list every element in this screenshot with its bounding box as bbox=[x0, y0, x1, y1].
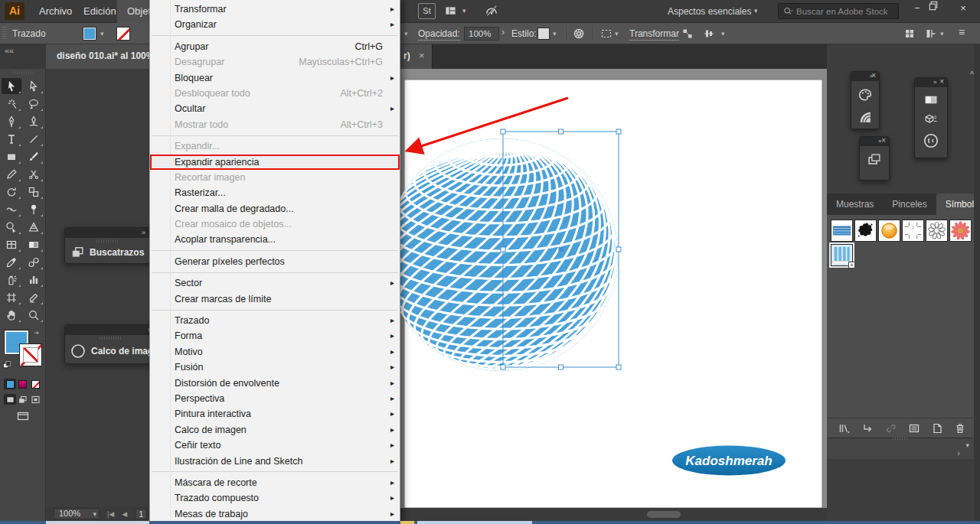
gradient-3d-cc-panel-collapsed[interactable]: »× bbox=[914, 77, 948, 158]
restore-button[interactable] bbox=[928, 0, 949, 17]
menu-item-expandir[interactable]: Expandir... bbox=[150, 138, 400, 154]
opacity-stepper[interactable]: › bbox=[501, 27, 505, 37]
perspective-grid-tool[interactable] bbox=[24, 219, 44, 235]
menu-item-rasterizar[interactable]: Rasterizar... bbox=[150, 185, 400, 200]
menu-item-crear-malla-de-degradado[interactable]: Crear malla de degradado... bbox=[150, 201, 400, 216]
tab-muestras[interactable]: Muestras bbox=[827, 194, 883, 215]
menu-item-agrupar[interactable]: AgruparCtrl+G bbox=[150, 39, 400, 54]
options-list-icon[interactable]: ≡ bbox=[959, 26, 965, 38]
chevron-down-icon[interactable]: ▾ bbox=[965, 441, 969, 449]
artboard-tool[interactable] bbox=[2, 289, 21, 305]
menu-item-forma[interactable]: Forma▸ bbox=[150, 328, 400, 343]
panel-menu-icon[interactable] bbox=[908, 422, 920, 434]
collapse-arrows-icon[interactable]: «« bbox=[5, 46, 14, 55]
draw-mode-normal[interactable] bbox=[4, 394, 16, 405]
eyedropper-tool[interactable] bbox=[2, 254, 21, 270]
menu-item-ilustracion-de-line-and-sketch[interactable]: Ilustración de Line and Sketch▸ bbox=[150, 454, 400, 469]
scrollbar-thumb[interactable] bbox=[647, 511, 681, 518]
document-layout-icon[interactable] bbox=[444, 5, 457, 17]
puppet-warp-tool[interactable] bbox=[24, 201, 44, 217]
first-artboard-icon[interactable]: |◀ bbox=[107, 510, 114, 518]
fill-color-swatch[interactable] bbox=[83, 27, 96, 41]
color-guide-icon[interactable] bbox=[858, 109, 873, 125]
menu-item-motivo[interactable]: Motivo▸ bbox=[150, 344, 400, 360]
gradient-swatch-icon[interactable] bbox=[922, 93, 940, 106]
transform-link[interactable]: Transformar bbox=[629, 28, 679, 40]
pencil-tool[interactable] bbox=[2, 166, 21, 182]
symbol-daisy[interactable] bbox=[949, 220, 972, 242]
menu-item-recortar-imagen[interactable]: Recortar imagen bbox=[150, 170, 400, 185]
menu-item-desagrupar[interactable]: DesagruparMayúsculas+Ctrl+G bbox=[150, 54, 400, 70]
menu-item-mesas-de-trabajo[interactable]: Mesas de trabajo▸ bbox=[150, 506, 400, 522]
chevron-down-icon[interactable]: ▾ bbox=[404, 30, 408, 37]
menu-item-bloquear[interactable]: Bloquear▸ bbox=[150, 70, 400, 86]
three-d-icon[interactable] bbox=[922, 113, 940, 125]
direct-selection-tool[interactable] bbox=[24, 78, 44, 94]
paintbrush-tool[interactable] bbox=[24, 148, 44, 164]
panel-header[interactable]: » bbox=[65, 228, 149, 238]
trash-icon[interactable] bbox=[954, 422, 966, 434]
pen-tool[interactable] bbox=[2, 113, 21, 129]
close-icon[interactable]: × bbox=[881, 136, 886, 145]
symbol-blue-stripes-selected[interactable]: + bbox=[831, 244, 853, 266]
artboard-number-field[interactable]: 1 bbox=[135, 509, 147, 519]
menu-item-expandir-apariencia[interactable]: Expandir apariencia bbox=[150, 155, 400, 170]
close-button[interactable]: × bbox=[952, 0, 974, 17]
menu-item-crear-mosaico-de-objetos[interactable]: Crear mosaico de objetos... bbox=[150, 216, 400, 232]
menu-item-mascara-de-recorte[interactable]: Máscara de recorte▸ bbox=[150, 475, 400, 490]
color-panel-collapsed[interactable]: »× bbox=[851, 71, 880, 129]
adobe-stock-button[interactable]: St bbox=[418, 3, 436, 19]
symbols-rects-icon[interactable] bbox=[865, 152, 884, 168]
default-swatches-icon[interactable] bbox=[2, 360, 12, 370]
toolbar-stroke-swatch[interactable] bbox=[19, 343, 42, 366]
menu-item-organizar[interactable]: Organizar▸ bbox=[150, 17, 400, 32]
close-icon[interactable]: × bbox=[939, 77, 944, 86]
style-swatch[interactable] bbox=[537, 28, 550, 40]
menu-item-transformar[interactable]: Transformar▸ bbox=[150, 2, 400, 17]
chevron-down-icon[interactable]: ▾ bbox=[721, 30, 725, 37]
expand-more-icon[interactable]: › bbox=[957, 448, 960, 457]
mesh-tool[interactable] bbox=[2, 236, 21, 252]
blend-tool[interactable] bbox=[24, 254, 44, 270]
rectangle-tool[interactable] bbox=[2, 148, 21, 164]
chevron-down-icon[interactable]: ▾ bbox=[100, 30, 104, 37]
menu-item-ocultar[interactable]: Ocultar▸ bbox=[150, 101, 400, 116]
menu-item-fusion[interactable]: Fusión▸ bbox=[150, 360, 400, 375]
new-symbol-icon[interactable] bbox=[931, 422, 943, 434]
menu-item-acoplar-transparencia[interactable]: Acoplar transparencia... bbox=[150, 232, 400, 247]
gpu-performance-icon[interactable] bbox=[484, 4, 499, 18]
panel-grip[interactable] bbox=[12, 71, 34, 74]
symbol-ink-splat[interactable] bbox=[854, 220, 877, 242]
creative-cloud-icon[interactable] bbox=[923, 132, 939, 149]
arrange-documents-icon[interactable] bbox=[903, 28, 916, 40]
minimize-button[interactable]: − bbox=[906, 0, 928, 17]
curvature-tool[interactable] bbox=[24, 113, 44, 129]
color-button[interactable] bbox=[4, 379, 16, 389]
hand-tool[interactable] bbox=[2, 307, 21, 323]
gradient-button[interactable] bbox=[17, 379, 29, 389]
draw-mode-behind[interactable] bbox=[17, 394, 29, 405]
opacity-label[interactable]: Opacidad: bbox=[418, 28, 460, 40]
menu-item-perspectiva[interactable]: Perspectiva▸ bbox=[150, 391, 400, 406]
recolor-artwork-icon[interactable] bbox=[573, 28, 585, 40]
chevron-down-icon[interactable]: ▾ bbox=[462, 7, 466, 15]
search-input[interactable]: Buscar en Adobe Stock bbox=[778, 3, 899, 19]
menu-item-sector[interactable]: Sector▸ bbox=[150, 275, 400, 291]
chevron-down-icon[interactable]: ▾ bbox=[615, 30, 619, 37]
menu-item-calco-de-imagen[interactable]: Calco de imagen▸ bbox=[150, 422, 400, 438]
expand-panel-icon[interactable]: » bbox=[933, 78, 936, 87]
slice-tool[interactable] bbox=[24, 289, 44, 305]
toolbar-collapse[interactable]: «« bbox=[0, 44, 46, 69]
type-tool[interactable] bbox=[2, 131, 21, 147]
color-palette-icon[interactable] bbox=[857, 87, 874, 103]
menu-item-pintura-interactiva[interactable]: Pintura interactiva▸ bbox=[150, 406, 400, 421]
zoom-tool[interactable] bbox=[24, 307, 44, 323]
panel-header[interactable]: » bbox=[65, 325, 155, 335]
line-tool[interactable] bbox=[24, 131, 44, 147]
close-icon[interactable]: × bbox=[871, 71, 876, 80]
menu-item-mostrar-todo[interactable]: Mostrar todoAlt+Ctrl+3 bbox=[150, 117, 400, 132]
place-instance-icon[interactable] bbox=[861, 422, 874, 434]
image-trace-panel[interactable]: » Calco de imagen bbox=[64, 324, 156, 364]
screen-mode-icon[interactable] bbox=[17, 410, 29, 422]
gradient-tool[interactable] bbox=[24, 236, 44, 252]
